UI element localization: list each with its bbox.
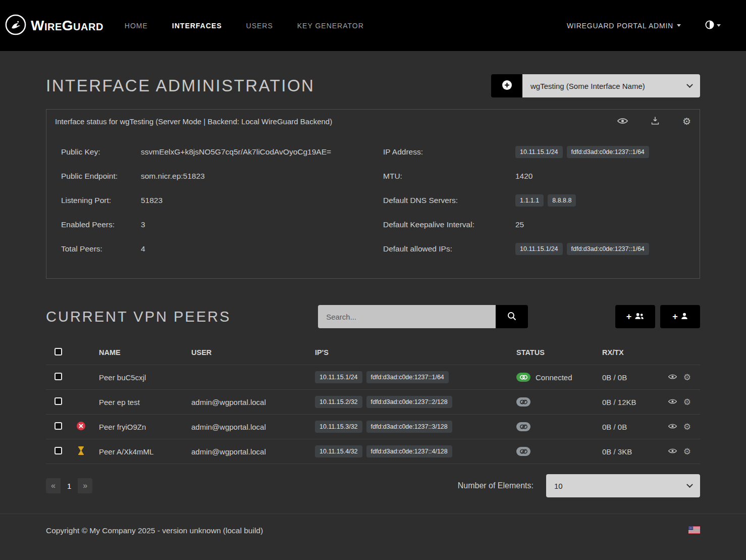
interface-status-title: Interface status for wgTesting (Server M… [55,117,332,126]
eye-icon [668,374,677,381]
interface-select-value: wgTesting (Some Interface Name) [530,82,645,90]
edit-peer-button[interactable]: ⚙ [683,373,691,382]
plus-icon: + [626,312,632,322]
nav-item-key-generator[interactable]: KEY GENERATOR [297,22,364,30]
field-listening-port: Listening Port: 51823 [55,188,363,213]
chevron-down-icon [717,24,721,27]
nav-item-interfaces[interactable]: INTERFACES [172,22,222,30]
edit-peer-button[interactable]: ⚙ [683,423,691,431]
peer-ip-badge: 10.11.15.3/32 [315,421,362,433]
peer-name[interactable]: Peer buC5cxjl [90,373,191,382]
brand[interactable]: WireGuard [5,14,103,37]
view-peer-button[interactable] [668,374,677,381]
peer-user: admin@wgportal.local [191,398,315,406]
status-connected-icon [516,373,530,382]
pagination-prev-button[interactable]: « [46,478,61,493]
search-input[interactable] [318,305,496,328]
select-all-checkbox[interactable] [55,348,62,355]
interface-select[interactable]: wgTesting (Some Interface Name) [522,74,700,97]
row-checkbox[interactable] [55,373,62,380]
elements-per-page-select[interactable]: 10 [546,474,700,497]
table-row: Peer ep test admin@wgportal.local 10.11.… [46,390,700,415]
peers-table: NAME USER IP'S STATUS RX/TX Peer buC5cxj… [46,340,700,464]
peer-ip-badge: 10.11.15.1/24 [315,371,362,383]
theme-toggle-dropdown[interactable] [705,20,721,31]
field-dns-servers: Default DNS Servers: 1.1.1.1 8.8.8.8 [383,188,691,213]
pagination-current-page[interactable]: 1 [61,479,78,493]
view-config-button[interactable] [617,117,628,126]
edit-peer-button[interactable]: ⚙ [683,398,691,406]
peer-name[interactable]: Peer fryiO9Zn [90,423,191,431]
column-header-user: USER [191,348,315,357]
gear-icon: ⚙ [683,423,691,431]
peer-ip-badge: 10.11.15.4/32 [315,445,362,457]
peer-ip-badge: fdfd:d3ad:c0de:1237::3/128 [366,421,452,433]
field-mtu: MTU: 1420 [383,164,691,188]
column-header-rxtx: RX/TX [602,348,658,357]
pagination-next-button[interactable]: » [78,478,92,493]
gear-icon: ⚙ [683,373,691,382]
field-ip-address: IP Address: 10.11.15.1/24 fdfd:d3ad:c0de… [383,140,691,164]
dns-badge: 8.8.8.8 [548,194,576,207]
eye-icon [617,117,628,126]
language-flag-us-icon[interactable] [688,526,700,535]
download-config-button[interactable] [651,116,660,127]
peer-rxtx: 0B / 3KB [602,447,658,456]
top-navbar: WireGuard HOME INTERFACES USERS KEY GENE… [0,0,746,51]
wireguard-logo-icon [5,14,26,37]
add-peer-button[interactable]: + [660,305,700,328]
elements-per-page-label: Number of Elements: [458,481,534,490]
nav-item-users[interactable]: USERS [246,22,273,30]
peer-user: admin@wgportal.local [191,447,315,456]
user-menu-label: WIREGUARD PORTAL ADMIN [567,22,673,30]
row-checkbox[interactable] [55,422,62,430]
gear-icon: ⚙ [683,398,691,406]
page-title: INTERFACE ADMINISTRATION [46,76,314,95]
column-header-status: STATUS [516,348,602,357]
search-button[interactable] [496,305,528,328]
status-disconnected-icon [516,397,530,406]
gear-icon: ⚙ [683,447,691,456]
peer-ip-badge: fdfd:d3ad:c0de:1237::1/64 [366,371,449,383]
user-icon [681,313,688,321]
row-checkbox[interactable] [55,397,62,405]
peer-ip-badge: 10.11.15.2/32 [315,396,362,408]
peer-name[interactable]: Peer A/Xk4mML [90,447,191,456]
field-public-endpoint: Public Endpoint: som.nicr.ep:51823 [55,164,363,188]
table-row: Peer buC5cxjl 10.11.15.1/24 fdfd:d3ad:c0… [46,365,700,390]
nav-item-home[interactable]: HOME [125,22,148,30]
column-header-name: NAME [90,348,191,357]
edit-peer-button[interactable]: ⚙ [683,447,691,456]
view-peer-button[interactable] [668,448,677,455]
user-menu-dropdown[interactable]: WIREGUARD PORTAL ADMIN [567,22,681,30]
view-peer-button[interactable] [668,398,677,406]
brand-text: WireGuard [31,18,103,34]
plus-circle-icon [502,80,512,91]
row-checkbox[interactable] [55,447,62,454]
elements-per-page-value: 10 [554,482,563,490]
status-label: Connected [536,373,572,382]
copyright-text: Copyright © My Company 2025 - version un… [46,526,263,535]
status-disconnected-icon [516,447,530,456]
view-peer-button[interactable] [668,423,677,431]
column-header-ips: IP'S [315,348,516,357]
peer-name[interactable]: Peer ep test [90,398,191,406]
add-multiple-peers-button[interactable]: + [615,305,655,328]
peer-expired-icon [77,422,85,432]
ip-badge: 10.11.15.1/24 [515,243,563,255]
field-total-peers: Total Peers: 4 [55,237,363,261]
users-group-icon [634,313,644,321]
table-row: Peer fryiO9Zn admin@wgportal.local 10.11… [46,415,700,439]
peer-ip-badge: fdfd:d3ad:c0de:1237::4/128 [366,445,452,457]
theme-contrast-icon [705,20,714,31]
peers-section-title: CURRENT VPN PEERS [46,309,231,325]
table-header-row: NAME USER IP'S STATUS RX/TX [46,340,700,365]
field-public-key: Public Key: ssvmEelxG+k8jsNO5G7cq5r/Ak7l… [55,140,363,164]
interface-status-card: Interface status for wgTesting (Server M… [46,109,700,279]
chevron-down-icon [686,81,693,88]
add-interface-button[interactable] [491,74,522,97]
dns-badge: 1.1.1.1 [515,194,544,207]
edit-interface-button[interactable]: ⚙ [682,117,691,126]
peer-rxtx: 0B / 0B [602,423,658,431]
page-footer: Copyright © My Company 2025 - version un… [0,514,746,550]
